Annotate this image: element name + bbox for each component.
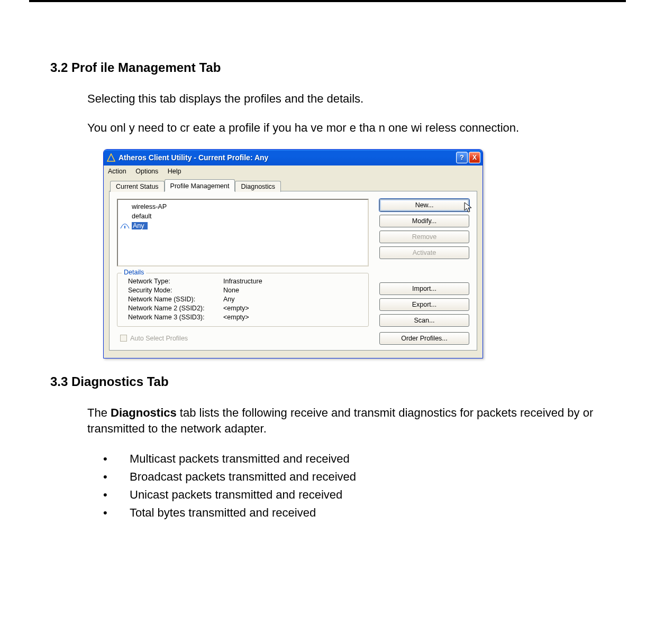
- document-body: 3.2 Prof ile Management Tab Selecting th…: [0, 2, 655, 544]
- atheros-logo-icon: [107, 153, 115, 162]
- auto-select-label: Auto Select Profiles: [130, 335, 369, 342]
- list-item: Unicast packets transmitted and received: [108, 486, 605, 504]
- tab-diagnostics[interactable]: Diagnostics: [235, 181, 281, 192]
- detail-label-security-mode: Security Mode:: [128, 287, 223, 294]
- list-item: Total bytes transmitted and received: [108, 504, 605, 522]
- menu-help[interactable]: Help: [168, 168, 181, 175]
- signal-icon: [120, 222, 130, 229]
- atheros-dialog-window: Atheros Client Utility - Current Profile…: [103, 149, 483, 358]
- window-title: Atheros Client Utility - Current Profile…: [119, 153, 268, 162]
- help-icon: ?: [460, 153, 464, 161]
- para3-pre: The: [87, 406, 111, 419]
- detail-value-network-type: Infrastructure: [223, 278, 363, 285]
- auto-select-checkbox[interactable]: [120, 335, 127, 342]
- titlebar-help-button[interactable]: ?: [456, 152, 468, 163]
- activate-button[interactable]: Activate: [379, 246, 469, 259]
- para3-bold: Diagnostics: [111, 406, 177, 419]
- import-button[interactable]: Import...: [379, 282, 469, 295]
- details-group: Details Network Type: Infrastructure Sec…: [117, 273, 369, 327]
- secondary-buttons-column: Import... Export... Scan...: [379, 266, 469, 327]
- tab-body: wireless-AP default Any New...: [109, 191, 477, 351]
- detail-value-ssid2: <empty>: [223, 305, 363, 312]
- profile-item-any[interactable]: Any: [118, 221, 368, 231]
- profile-buttons-column: New... Modify... Remove Activate: [379, 199, 469, 266]
- profile-listbox[interactable]: wireless-AP default Any: [117, 199, 369, 266]
- remove-button[interactable]: Remove: [379, 231, 469, 243]
- close-icon: X: [472, 154, 477, 161]
- svg-rect-0: [124, 226, 125, 228]
- details-legend: Details: [122, 269, 146, 276]
- tab-profile-management[interactable]: Profile Management: [165, 179, 235, 191]
- titlebar-close-button[interactable]: X: [469, 152, 480, 163]
- menu-bar: Action Options Help: [104, 165, 483, 177]
- menu-options[interactable]: Options: [135, 168, 158, 175]
- detail-label-ssid: Network Name (SSID):: [128, 296, 223, 303]
- scan-button[interactable]: Scan...: [379, 314, 469, 327]
- detail-value-ssid3: <empty>: [223, 314, 363, 321]
- diagnostics-bullet-list: Multicast packets transmitted and receiv…: [108, 450, 605, 522]
- list-item: Multicast packets transmitted and receiv…: [108, 450, 605, 468]
- paragraph-note: You onl y need to cr eate a profile if y…: [87, 120, 605, 136]
- dialog-footer: Auto Select Profiles Order Profiles...: [117, 332, 469, 345]
- new-button[interactable]: New...: [379, 199, 469, 211]
- window-client-area: Current Status Profile Management Diagno…: [104, 177, 483, 358]
- profile-item-wireless-ap[interactable]: wireless-AP: [118, 202, 368, 211]
- detail-label-ssid3: Network Name 3 (SSID3):: [128, 314, 223, 321]
- tab-current-status[interactable]: Current Status: [110, 181, 165, 192]
- export-button[interactable]: Export...: [379, 298, 469, 311]
- tab-strip: Current Status Profile Management Diagno…: [109, 179, 477, 191]
- paragraph-intro: Selecting this tab displays the profiles…: [87, 91, 605, 107]
- paragraph-diagnostics: The Diagnostics tab lists the following …: [87, 405, 605, 438]
- heading-3-2: 3.2 Prof ile Management Tab: [50, 60, 605, 75]
- heading-3-3: 3.3 Diagnostics Tab: [50, 374, 605, 389]
- window-titlebar[interactable]: Atheros Client Utility - Current Profile…: [104, 150, 483, 165]
- detail-label-ssid2: Network Name 2 (SSID2):: [128, 305, 223, 312]
- detail-label-network-type: Network Type:: [128, 278, 223, 285]
- profile-item-label: Any: [132, 222, 148, 229]
- modify-button[interactable]: Modify...: [379, 215, 469, 227]
- menu-action[interactable]: Action: [108, 168, 126, 175]
- profile-item-default[interactable]: default: [118, 211, 368, 221]
- order-profiles-button[interactable]: Order Profiles...: [379, 332, 469, 345]
- detail-value-security-mode: None: [223, 287, 363, 294]
- detail-value-ssid: Any: [223, 296, 363, 303]
- list-item: Broadcast packets transmitted and receiv…: [108, 468, 605, 486]
